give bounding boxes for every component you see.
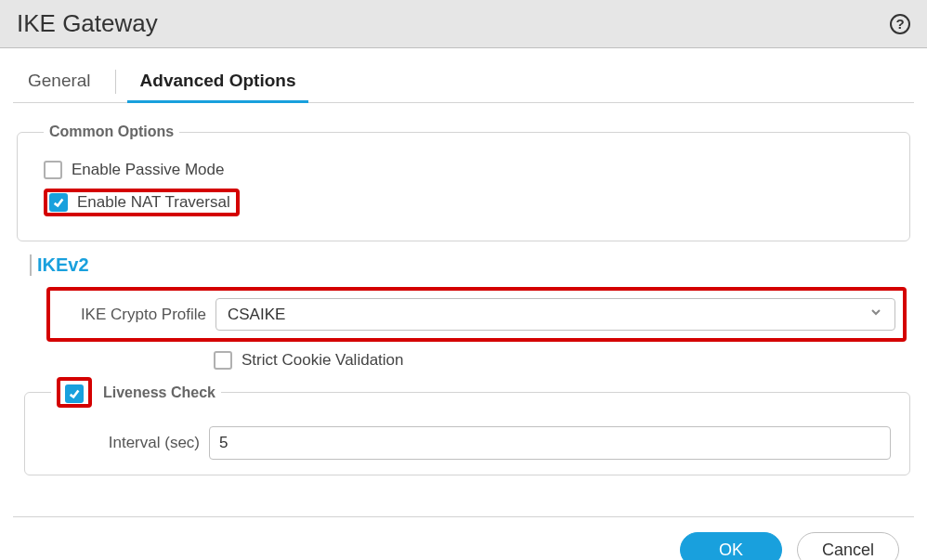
- check-icon: [68, 387, 81, 400]
- ike-crypto-profile-value: CSAIKE: [228, 306, 285, 324]
- interval-row: Interval (sec): [51, 426, 891, 460]
- cancel-button[interactable]: Cancel: [797, 532, 899, 560]
- tab-divider: [115, 70, 116, 94]
- tab-general[interactable]: General: [22, 61, 97, 102]
- help-icon[interactable]: ?: [890, 14, 910, 34]
- ikev2-heading: IKEv2: [30, 254, 910, 276]
- nat-traversal-checkbox[interactable]: [49, 193, 68, 212]
- ike-crypto-profile-label: IKE Crypto Profile: [58, 306, 206, 324]
- common-options-legend: Common Options: [44, 124, 179, 140]
- dialog-header: IKE Gateway ?: [0, 0, 927, 48]
- strict-cookie-label: Strict Cookie Validation: [242, 351, 404, 370]
- tab-advanced-options[interactable]: Advanced Options: [135, 61, 302, 102]
- ikev2-section: IKEv2 IKE Crypto Profile CSAIKE: [17, 254, 910, 494]
- liveness-check-label: Liveness Check: [103, 384, 215, 401]
- interval-label: Interval (sec): [51, 434, 200, 452]
- strict-cookie-row: Strict Cookie Validation: [214, 351, 910, 370]
- strict-cookie-checkbox[interactable]: [214, 351, 232, 370]
- ike-gateway-dialog: IKE Gateway ? General Advanced Options C…: [0, 0, 927, 560]
- ok-button[interactable]: OK: [680, 532, 782, 560]
- ike-crypto-profile-select[interactable]: CSAIKE: [215, 298, 895, 331]
- passive-mode-label: Enable Passive Mode: [72, 161, 224, 179]
- common-options-fieldset: Common Options Enable Passive Mode Enabl…: [17, 124, 910, 241]
- dialog-title: IKE Gateway: [17, 9, 158, 38]
- liveness-check-fieldset: Liveness Check Interval (sec): [24, 377, 910, 475]
- interval-input[interactable]: [209, 426, 891, 460]
- tab-bar: General Advanced Options: [13, 61, 914, 103]
- ike-crypto-profile-row: IKE Crypto Profile CSAIKE: [58, 298, 895, 331]
- liveness-check-legend: Liveness Check: [51, 377, 221, 408]
- liveness-check-checkbox[interactable]: [65, 384, 84, 403]
- ike-crypto-profile-highlight: IKE Crypto Profile CSAIKE: [46, 287, 907, 342]
- liveness-check-highlight: [57, 377, 92, 408]
- dialog-footer: OK Cancel: [13, 516, 914, 560]
- advanced-options-pane: Common Options Enable Passive Mode Enabl…: [13, 103, 914, 503]
- nat-traversal-row: Enable NAT Traversal: [44, 189, 240, 216]
- passive-mode-row: Enable Passive Mode: [44, 161, 891, 179]
- dialog-body: General Advanced Options Common Options …: [0, 48, 927, 560]
- check-icon: [52, 196, 65, 209]
- passive-mode-checkbox[interactable]: [44, 161, 62, 179]
- nat-traversal-label: Enable NAT Traversal: [77, 193, 230, 212]
- chevron-down-icon: [868, 305, 883, 324]
